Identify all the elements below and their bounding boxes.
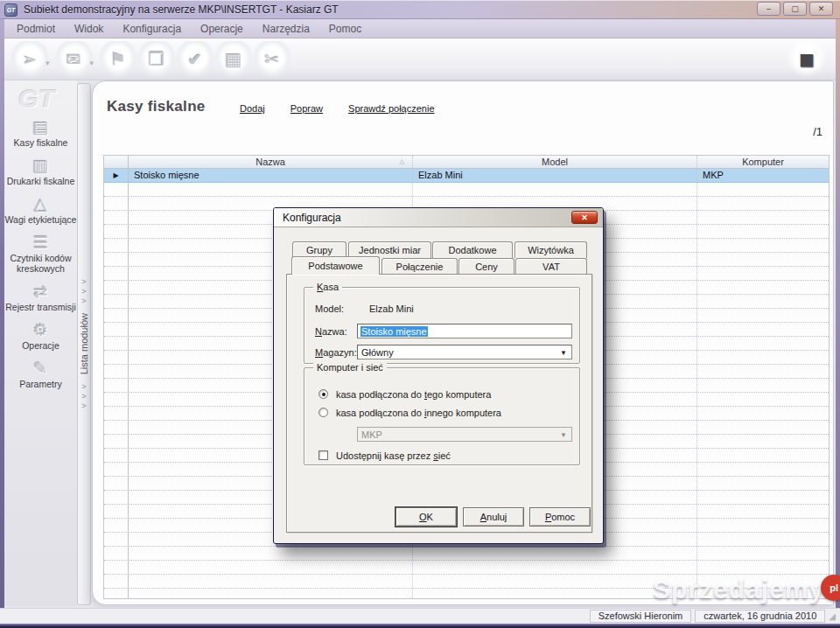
cell-model: Elzab Mini: [413, 169, 697, 182]
sidebar-item-label: Wagi etykietujące: [4, 214, 78, 225]
column-header-komputer[interactable]: Komputer: [697, 156, 829, 168]
tab-dodatkowe[interactable]: Dodatkowe: [432, 241, 513, 258]
sidebar-item-kasy-fiskalne[interactable]: ▤ Kasy fiskalne: [4, 117, 78, 148]
watermark-pl-badge: pl: [821, 575, 840, 601]
configuration-dialog: Konfiguracja ✕ Grupy Jednostki miar Doda…: [273, 207, 604, 544]
envelope-icon: ✉: [66, 49, 81, 70]
toolbar: ➢ ▾ ✉ ▾ ⚑ ❒ ✔ ▦ ✂ ◼: [0, 38, 840, 80]
checkmark-icon: ✔: [188, 49, 203, 70]
flag-tool-button[interactable]: ⚑: [99, 41, 137, 78]
column-header-label: Komputer: [742, 157, 784, 167]
sidebar-item-wagi-etykietujace[interactable]: △ Wagi etykietujące: [4, 194, 78, 225]
chevron-right-icon: >: [81, 382, 86, 392]
dialog-close-button[interactable]: ✕: [571, 211, 598, 224]
fiscal-printer-icon: ▥: [33, 156, 49, 176]
menu-widok[interactable]: Widok: [65, 20, 113, 38]
share-checkbox[interactable]: [318, 450, 328, 460]
menu-operacje[interactable]: Operacje: [191, 20, 253, 38]
column-header-nazwa[interactable]: Nazwa △: [129, 156, 413, 168]
network-groupbox: Komputer i sieć kasa podłączona do tego …: [304, 367, 580, 465]
sidebar-item-label: Rejestr transmisji: [4, 302, 78, 312]
confirm-tool-button[interactable]: ✔: [176, 41, 214, 78]
dialog-titlebar[interactable]: Konfiguracja: [274, 208, 603, 227]
status-date: czwartek, 16 grudnia 2010: [695, 610, 825, 623]
open-tool-button[interactable]: ✉: [55, 41, 94, 78]
minimize-button[interactable]: –: [757, 2, 780, 16]
status-user: Szefowski Hieronim: [590, 610, 692, 623]
select-arrow-icon: ➢: [23, 49, 38, 70]
select-tool-dropdown-icon[interactable]: ▾: [46, 59, 50, 67]
module-bar-label: Lista modułów: [79, 313, 89, 374]
tab-page-podstawowe: Kasa Model: Elzab Mini Nazwa: Stoisko mi…: [286, 274, 592, 533]
barcode-reader-icon: ☰: [33, 233, 48, 253]
table-row-selected[interactable]: ▶ Stoisko mięsne Elzab Mini MKP: [104, 169, 829, 183]
menu-podmiot[interactable]: Podmiot: [7, 20, 65, 38]
print-tool-button[interactable]: ▦: [214, 41, 253, 78]
tab-ceny[interactable]: Ceny: [458, 258, 514, 275]
close-button[interactable]: ✕: [809, 2, 833, 16]
open-tool-dropdown-icon[interactable]: ▾: [90, 59, 94, 67]
window-bottom-border: [0, 624, 840, 628]
computer-dropdown: MKP ▼: [357, 427, 572, 442]
insert-cube-button[interactable]: ◼: [788, 41, 826, 78]
column-header-label: Nazwa: [256, 157, 285, 167]
document-icon: ❒: [149, 49, 164, 70]
ok-button[interactable]: OK: [396, 507, 457, 527]
cut-tool-button[interactable]: ✂: [253, 41, 291, 78]
select-tool-button[interactable]: ➢: [10, 41, 49, 78]
radio-this-computer-label[interactable]: kasa podłączona do tego komputera: [336, 389, 491, 400]
printer-icon: ▦: [226, 49, 242, 70]
chevron-right-icon: >: [81, 277, 86, 287]
table-empty-row[interactable]: [104, 561, 829, 575]
sidebar-item-rejestr-transmisji[interactable]: ⇄ Rejestr transmisji: [4, 282, 78, 312]
labeling-scale-icon: △: [34, 194, 47, 214]
edit-link[interactable]: Popraw: [290, 103, 323, 114]
cell-komputer: MKP: [697, 169, 829, 182]
gears-icon: ⚙: [33, 320, 48, 340]
status-bar: Szefowski Hieronim czwartek, 16 grudnia …: [0, 608, 840, 624]
watermark-text: Sprzedajemy: [653, 575, 824, 604]
kasa-group-legend: Kasa: [313, 282, 342, 292]
chevron-right-icon: >: [81, 401, 86, 411]
module-list-collapse-bar[interactable]: > > > Lista modułów > > >: [77, 83, 91, 605]
check-connection-link[interactable]: Sprawdź połączenie: [348, 103, 434, 114]
menu-narzedzia[interactable]: Narzędzia: [253, 20, 319, 38]
new-document-button[interactable]: ❒: [137, 41, 176, 78]
table-empty-row[interactable]: [104, 547, 829, 561]
tab-vat[interactable]: VAT: [515, 258, 587, 275]
warehouse-value: Główny: [361, 347, 394, 358]
menu-pomoc[interactable]: Pomoc: [319, 20, 371, 38]
sidebar-item-czytniki-kodow[interactable]: ☰ Czytniki kodów kreskowych: [4, 233, 78, 274]
chevron-right-icon: >: [81, 297, 86, 306]
cancel-button[interactable]: Anuluj: [463, 507, 524, 527]
tab-polaczenie[interactable]: Połączenie: [382, 258, 458, 275]
sidebar-item-drukarki-fiskalne[interactable]: ▥ Drukarki fiskalne: [4, 156, 78, 186]
column-header-model[interactable]: Model: [413, 156, 697, 168]
gt-watermark: GT: [18, 84, 55, 114]
selected-input-text: Stoisko mięsne: [360, 326, 428, 337]
name-input[interactable]: Stoisko mięsne: [357, 324, 572, 338]
current-row-marker-icon: ▶: [113, 171, 118, 179]
window-titlebar[interactable]: GT Subiekt demonstracyjny na serwerze MK…: [0, 0, 840, 19]
sidebar-item-operacje[interactable]: ⚙ Operacje: [4, 320, 78, 351]
radio-this-computer[interactable]: [318, 389, 328, 399]
warehouse-dropdown[interactable]: Główny ▼: [357, 345, 572, 359]
tab-podstawowe[interactable]: Podstawowe: [291, 256, 380, 275]
selector-column-header[interactable]: [104, 156, 129, 168]
help-button[interactable]: Pomoc: [529, 507, 591, 527]
radio-other-computer[interactable]: [318, 408, 328, 417]
dropdown-arrow-icon: ▼: [560, 431, 567, 439]
table-header-row: Nazwa △ Model Komputer: [104, 156, 829, 169]
resize-grip[interactable]: ◢: [829, 610, 836, 623]
table-empty-row[interactable]: [104, 183, 829, 197]
parameters-icon: ✎: [34, 359, 48, 379]
sidebar-item-parametry[interactable]: ✎ Parametry: [4, 359, 78, 389]
maximize-button[interactable]: ▢: [783, 2, 807, 16]
radio-other-computer-label[interactable]: kasa podłączona do innego komputera: [336, 408, 501, 418]
tab-wizytowka[interactable]: Wizytówka: [514, 241, 587, 258]
share-checkbox-label[interactable]: Udostępnij kasę przez sieć: [336, 450, 451, 461]
menu-konfiguracja[interactable]: Konfiguracja: [113, 20, 191, 38]
sidebar-item-label: Parametry: [4, 379, 78, 389]
add-link[interactable]: Dodaj: [240, 103, 265, 114]
warehouse-label: Magazyn:: [315, 347, 357, 358]
